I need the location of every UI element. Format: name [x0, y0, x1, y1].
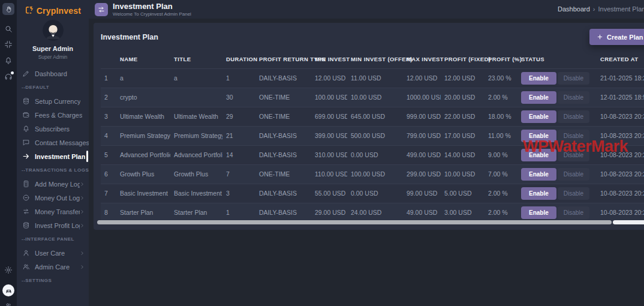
cell-max-invest: 299.00 USD: [403, 164, 441, 184]
left-toolbar: [0, 0, 17, 306]
cell-title: Advanced Portfolio: [170, 145, 222, 164]
disable-button[interactable]: Disable: [558, 206, 589, 219]
column-header: CREATED AT: [597, 50, 644, 68]
gear-icon[interactable]: [4, 266, 13, 274]
chevron-right-icon: [80, 182, 85, 187]
cell-status: EnableDisable: [517, 184, 597, 203]
enable-button[interactable]: Enable: [521, 72, 556, 85]
sidebar-item-invest-profit-logs[interactable]: Invest Profit Logs: [17, 218, 89, 232]
chevron-right-icon: [80, 265, 85, 269]
sidebar-item-admin-care[interactable]: Admin Care: [17, 260, 89, 274]
cell-title: Premium Strategy: [170, 126, 222, 145]
cell-max-invest: 1000.00 USD: [403, 88, 441, 107]
cell-duration: 7: [222, 164, 255, 184]
sidebar-item-money-transfer-logs[interactable]: Money Transfer Logs: [17, 205, 89, 218]
enable-button[interactable]: Enable: [521, 149, 556, 161]
disable-button[interactable]: Disable: [558, 91, 589, 104]
sidebar-item-setup-currency[interactable]: Setup Currency: [17, 94, 89, 108]
cell-num: 3: [101, 107, 116, 126]
cell-title: Basic Investment: [170, 184, 222, 203]
sidebar-item-user-care[interactable]: User Care: [17, 246, 89, 260]
sidebar-item-dashboard[interactable]: Dashboard: [17, 67, 89, 80]
create-plan-button[interactable]: Create Plan: [589, 29, 644, 45]
table-header-row: NAMETITLEDURATIONPROFIT RETURN TYPEMIN I…: [101, 50, 644, 68]
cell-name: a: [116, 68, 170, 88]
cell-created-at: 10-08-2023 20:30 PM: [597, 126, 644, 145]
column-header: PROFIT (%): [484, 50, 517, 68]
bell-icon[interactable]: [4, 56, 13, 65]
sidebar-nav: Dashboard--DEFAULTSetup CurrencyFees & C…: [17, 67, 89, 287]
cell-status: EnableDisable: [517, 126, 597, 145]
cell-duration: 21: [222, 126, 255, 145]
disable-button[interactable]: Disable: [558, 187, 589, 200]
sidebar-item-label: User Care: [35, 250, 65, 257]
enable-button[interactable]: Enable: [521, 130, 556, 142]
cell-min-invest-offer: 500.00 USD: [347, 126, 403, 145]
cell-min-invest-offer: 0.00 USD: [347, 145, 403, 164]
disable-button[interactable]: Disable: [558, 130, 589, 142]
cell-status: EnableDisable: [517, 68, 597, 88]
cell-duration: 1: [222, 68, 255, 88]
cell-created-at: 10-08-2023 20:27 PM: [597, 203, 644, 222]
cell-profit-fixed: 5.00 USD: [441, 184, 484, 203]
sidebar-item-label: Money Transfer Logs: [35, 208, 80, 215]
card-title: Investment Plan: [101, 33, 158, 41]
cell-max-invest: 49.00 USD: [403, 203, 441, 222]
enable-button[interactable]: Enable: [521, 110, 556, 123]
create-plan-label: Create Plan: [607, 34, 643, 41]
page-subtitle: Welcome To Crypinvest Admin Panel: [113, 11, 191, 17]
disable-button[interactable]: Disable: [558, 110, 589, 123]
sidebar-item-contact-messages[interactable]: Contact Messages: [17, 136, 89, 149]
scrollbar-thumb[interactable]: [97, 220, 612, 224]
cell-min-invest-offer: 0.00 USD: [347, 184, 403, 203]
nav-section-label: --INTERFACE PANEL: [17, 232, 89, 246]
table-row: 7Basic InvestmentBasic Investment3DAILY-…: [101, 184, 644, 203]
cell-num: 2: [101, 88, 116, 107]
active-tool-button[interactable]: [2, 3, 14, 15]
user-role: Super Admin: [17, 54, 89, 60]
disable-button[interactable]: Disable: [558, 149, 589, 161]
cell-profit-fixed: 14.00 USD: [441, 145, 484, 164]
sidebar-item-label: Money Out Logs: [35, 194, 80, 202]
user-name: Super Admin: [17, 45, 89, 52]
sidebar-item-investment-plan[interactable]: Investment Plan: [17, 149, 89, 163]
enable-button[interactable]: Enable: [521, 206, 556, 219]
enable-button[interactable]: Enable: [521, 168, 556, 181]
cell-name: crypto: [116, 88, 170, 107]
users-icon: [22, 263, 30, 271]
arrow-right-icon: [22, 152, 30, 160]
coins-icon: [22, 221, 30, 229]
sidebar-item-fees-charges[interactable]: Fees & Charges: [17, 108, 89, 122]
round-action-button[interactable]: [2, 284, 14, 296]
sidebar-item-subscribers[interactable]: Subscribers: [17, 122, 89, 136]
horizontal-scrollbar: [97, 220, 644, 224]
sidebar-item-label: Contact Messages: [35, 139, 89, 146]
page-header: Investment Plan Welcome To Crypinvest Ad…: [89, 0, 644, 19]
minus-circle-icon: [22, 194, 30, 202]
headset-icon[interactable]: [4, 73, 13, 81]
breadcrumb-dashboard[interactable]: Dashboard: [558, 5, 590, 13]
breadcrumb-current: Investment Plan: [598, 5, 644, 13]
column-header: STATUS: [517, 50, 597, 68]
enable-button[interactable]: Enable: [521, 91, 556, 104]
sidebar-item-money-out-logs[interactable]: Money Out Logs: [17, 191, 89, 205]
cell-num: 1: [101, 68, 116, 88]
cell-min-invest: 29.00 USD: [311, 203, 347, 222]
compress-icon[interactable]: [4, 40, 13, 49]
disable-button[interactable]: Disable: [558, 72, 589, 85]
cell-duration: 3: [222, 184, 255, 203]
hand-icon: [5, 5, 13, 13]
calculator-icon: [22, 180, 30, 188]
sidebar-item-add-money-logs[interactable]: Add Money Logs: [17, 177, 89, 191]
cell-status: EnableDisable: [517, 107, 597, 126]
search-icon[interactable]: [4, 25, 13, 33]
users-icon[interactable]: [4, 302, 13, 306]
user-icon: [22, 249, 30, 257]
enable-button[interactable]: Enable: [521, 187, 556, 200]
column-header: MIN INVEST: [311, 50, 347, 68]
cell-title: [170, 88, 222, 107]
sidebar: CrypInvest Super Admin Super Admin Dashb…: [17, 0, 89, 306]
chevron-right-icon: [80, 251, 85, 256]
cell-created-at: 21-01-2025 18:22 PM: [597, 68, 644, 88]
disable-button[interactable]: Disable: [558, 168, 589, 181]
